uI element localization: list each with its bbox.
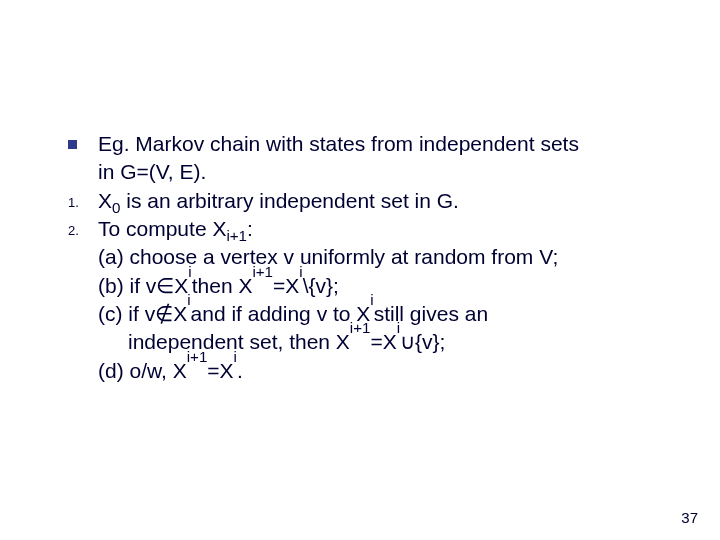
page-number: 37 — [681, 509, 698, 526]
b-p4: \{v}; — [303, 272, 339, 300]
d-p2: =X — [207, 357, 233, 385]
slide-content: Eg. Markov chain with states from indepe… — [0, 0, 720, 385]
b-p1: (b) if v∈X — [98, 272, 188, 300]
c2-p3: ∪{v}; — [400, 328, 445, 356]
x0-p2: is an arbitrary independent set in G. — [120, 189, 459, 212]
b-p2: then X — [192, 272, 253, 300]
compute-sub: i+1 — [226, 227, 247, 244]
bullet-continuation: in G=(V, E). — [40, 158, 680, 186]
number-marker-1: 1. — [40, 187, 98, 212]
bullet-text: Eg. Markov chain with states from indepe… — [98, 130, 680, 158]
item2-text: To compute Xi+1: — [98, 215, 680, 243]
item1-text: X0 is an arbitrary independent set in G. — [98, 187, 680, 215]
c-p1: (c) if v∉X — [98, 300, 187, 328]
d-p3: . — [237, 357, 243, 385]
a-text: (a) choose a vertex v uniformly at rando… — [98, 243, 558, 271]
compute-p2: : — [247, 217, 253, 240]
step-d: (d) o/w, Xi+1=Xi. — [40, 357, 680, 385]
d-p1: (d) o/w, X — [98, 357, 187, 385]
square-bullet-icon — [68, 140, 77, 149]
numbered-item-1: 1. X0 is an arbitrary independent set in… — [40, 187, 680, 215]
step-b: (b) if v∈Xi then Xi+1=Xi\{v}; — [40, 272, 680, 300]
eg-line2: in G=(V, E). — [98, 158, 206, 186]
c2-p2: =X — [370, 328, 396, 356]
b-p3: =X — [273, 272, 299, 300]
eg-line1: Eg. Markov chain with states from indepe… — [98, 132, 579, 155]
compute-p1: To compute X — [98, 217, 226, 240]
x0-p1: X — [98, 189, 112, 212]
c2-p1: independent set, then X — [128, 328, 350, 356]
step-c-line2: independent set, then Xi+1=Xi∪{v}; — [40, 328, 680, 356]
number-marker-2: 2. — [40, 215, 98, 240]
step-a: (a) choose a vertex v uniformly at rando… — [40, 243, 680, 271]
numbered-item-2: 2. To compute Xi+1: — [40, 215, 680, 243]
c-p2: and if adding v to X — [191, 300, 371, 328]
bullet-marker-col — [40, 130, 98, 149]
bullet-item: Eg. Markov chain with states from indepe… — [40, 130, 680, 158]
c-p3: still gives an — [374, 300, 488, 328]
